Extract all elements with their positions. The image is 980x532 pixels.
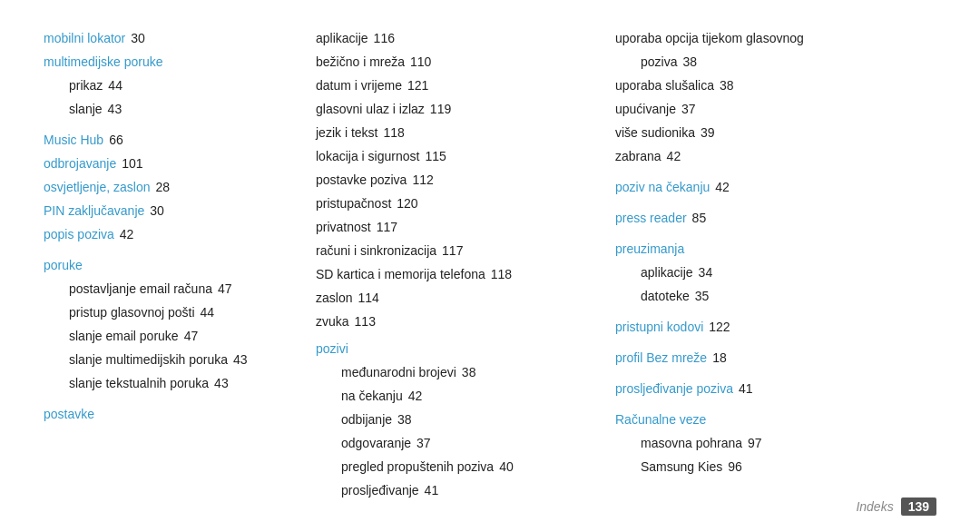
index-label: više sudionika — [615, 123, 695, 143]
index-entry: press reader85 — [615, 209, 951, 228]
index-link[interactable]: pozivi — [316, 340, 348, 359]
index-entry: odbrojavanje101 — [44, 154, 307, 173]
index-link[interactable]: multimedijske poruke — [44, 53, 163, 72]
index-label: postavke poziva — [316, 171, 407, 190]
index-label: glasovni ulaz i izlaz — [316, 100, 425, 119]
index-link[interactable]: mobilni lokator — [44, 29, 125, 48]
index-entry: prikaz44 — [44, 76, 307, 95]
spacer — [615, 310, 951, 316]
index-link[interactable]: PIN zaključavanje — [44, 202, 144, 221]
index-entry: Music Hub66 — [44, 131, 307, 150]
index-label: datoteke — [641, 287, 690, 306]
index-label: prikaz — [69, 76, 103, 95]
index-label: privatnost — [316, 218, 371, 237]
index-entry: postavljanje email računa47 — [44, 280, 307, 299]
page-number: 37 — [416, 434, 431, 453]
page-number: 112 — [412, 171, 433, 190]
index-label: odbijanje — [341, 410, 392, 429]
index-link[interactable]: preuzimanja — [615, 240, 684, 259]
index-entry: poziva38 — [615, 53, 951, 72]
index-link[interactable]: profil Bez mreže — [615, 349, 707, 368]
index-label: slanje email poruke — [69, 327, 179, 346]
spacer — [44, 398, 307, 403]
page-number: 120 — [397, 194, 417, 213]
page-number: 101 — [122, 154, 142, 173]
index-entry: prosljeđivanje poziva41 — [615, 379, 951, 399]
page-number: 44 — [201, 303, 215, 322]
index-label: poziva — [641, 53, 677, 72]
index-link[interactable]: odbrojavanje — [44, 154, 116, 173]
index-entry: odgovaranje37 — [316, 434, 606, 453]
index-entry: Računalne veze — [615, 410, 951, 429]
index-label: uporaba opcija tijekom glasovnog — [615, 29, 804, 48]
index-link[interactable]: press reader — [615, 209, 687, 228]
index-label: upućivanje — [615, 100, 676, 119]
index-entry: pristupačnost120 — [316, 194, 606, 213]
page-number: 41 — [739, 379, 753, 399]
page-number: 110 — [410, 53, 431, 72]
index-link[interactable]: Music Hub — [44, 131, 103, 150]
index-entry: privatnost117 — [316, 218, 606, 237]
page-number: 38 — [397, 410, 412, 429]
column-1: mobilni lokator30multimedijske porukepri… — [44, 29, 316, 503]
index-entry: slanje multimedijskih poruka43 — [44, 350, 307, 369]
index-entry: pristup glasovnoj pošti44 — [44, 303, 307, 322]
page-number: 116 — [374, 29, 395, 48]
index-label: postavljanje email računa — [69, 280, 212, 299]
index-label: Samsung Kies — [641, 458, 722, 477]
index-link[interactable]: poruke — [44, 256, 83, 275]
index-entry: slanje tekstualnih poruka43 — [44, 374, 307, 393]
index-link[interactable]: prosljeđivanje poziva — [615, 379, 733, 399]
index-entry: lokacija i sigurnost115 — [316, 147, 606, 166]
index-link[interactable]: osvjetljenje, zaslon — [44, 178, 151, 197]
footer: Indeks 139 — [856, 498, 936, 516]
index-entry: preuzimanja — [615, 240, 951, 259]
spacer — [615, 232, 951, 238]
index-entry: uporaba opcija tijekom glasovnog — [615, 29, 951, 48]
index-label: pristup glasovnoj pošti — [69, 303, 195, 322]
page-number: 43 — [214, 374, 229, 393]
index-label: lokacija i sigurnost — [316, 147, 419, 166]
index-link[interactable]: pristupni kodovi — [615, 318, 703, 337]
index-entry: osvjetljenje, zaslon28 — [44, 178, 307, 197]
index-entry: multimedijske poruke — [44, 53, 307, 72]
spacer — [615, 403, 951, 409]
page-number: 85 — [692, 209, 707, 228]
page-number: 47 — [184, 327, 199, 346]
index-label: bežično i mreža — [316, 53, 405, 72]
page-number: 121 — [407, 76, 428, 95]
column-3: uporaba opcija tijekom glasovnogpoziva38… — [615, 29, 951, 503]
spacer — [615, 171, 951, 176]
spacer — [615, 341, 951, 347]
page-number: 40 — [499, 458, 514, 477]
index-link[interactable]: Računalne veze — [615, 410, 706, 429]
index-link[interactable]: popis poziva — [44, 225, 114, 244]
index-entry: postavke poziva112 — [316, 171, 606, 190]
index-entry: prosljeđivanje41 — [316, 481, 606, 500]
index-entry: profil Bez mreže18 — [615, 349, 951, 368]
page-number: 38 — [682, 53, 697, 72]
page-number: 66 — [109, 131, 123, 150]
index-entry: na čekanju42 — [316, 387, 606, 406]
index-label: odgovaranje — [341, 434, 411, 453]
page-number: 18 — [712, 349, 727, 368]
index-entry: poruke — [44, 256, 307, 275]
index-label: SD kartica i memorija telefona — [316, 265, 485, 284]
index-link[interactable]: postavke — [44, 405, 94, 424]
index-entry: zabrana42 — [615, 147, 951, 166]
page-number: 119 — [430, 100, 451, 119]
index-label: međunarodni brojevi — [341, 363, 456, 382]
page-number: 30 — [131, 29, 145, 48]
page-number: 39 — [701, 123, 715, 143]
index-link[interactable]: poziv na čekanju — [615, 178, 710, 197]
index-entry: više sudionika39 — [615, 123, 951, 143]
spacer — [44, 249, 307, 254]
index-entry: bežično i mreža110 — [316, 53, 606, 72]
index-entry: računi i sinkronizacija117 — [316, 241, 606, 261]
page-number: 41 — [425, 481, 439, 500]
index-entry: SD kartica i memorija telefona118 — [316, 265, 606, 284]
index-label: slanje multimedijskih poruka — [69, 350, 228, 369]
index-entry: međunarodni brojevi38 — [316, 363, 606, 382]
page-number: 47 — [218, 280, 232, 299]
index-entry: pregled propuštenih poziva40 — [316, 458, 606, 477]
